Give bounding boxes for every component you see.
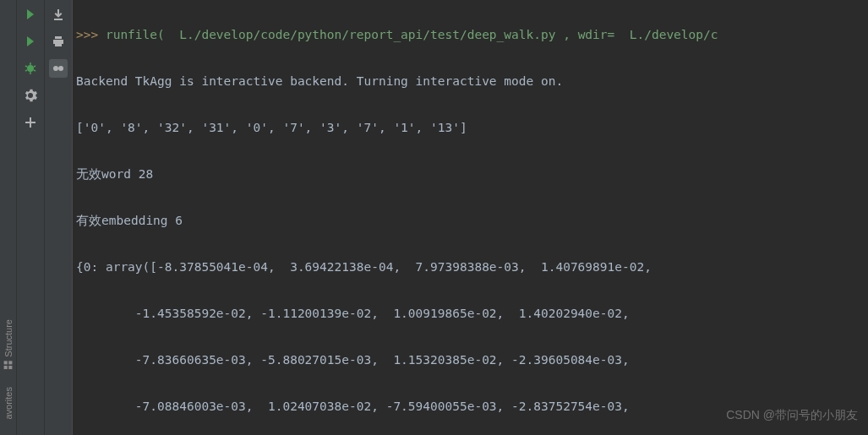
svg-rect-2 [8,361,12,364]
console-line: -7.08846003e-03, 1.02407038e-02, -7.5940… [76,395,868,419]
run-button[interactable] [21,32,40,51]
soft-wrap-icon[interactable] [49,59,68,78]
svg-point-4 [27,65,34,72]
settings-button[interactable] [21,86,40,105]
console-line: -7.83660635e-03, -5.88027015e-03, 1.1532… [76,349,868,372]
runfile-command: runfile( L./develop/code/python/report_a… [106,28,718,41]
console-line: 有效embedding 6 [76,209,868,233]
console-line: -1.45358592e-02, -1.11200139e-02, 1.0091… [76,302,868,326]
side-tab-bar: Structure avorites [0,0,17,435]
print-icon[interactable] [49,32,68,51]
run-toolbar [17,0,45,435]
svg-rect-1 [4,366,8,369]
console-toolbar [45,0,73,435]
svg-rect-3 [4,361,8,364]
sidetab-favorites[interactable]: avorites [2,380,15,427]
svg-rect-0 [8,366,12,369]
console-output[interactable]: >>> runfile( L./develop/code/python/repo… [73,0,868,435]
download-icon[interactable] [49,5,68,24]
run-prompt: >>> [76,28,106,41]
rerun-button[interactable] [21,5,40,24]
console-line: ['0', '8', '32', '31', '0', '7', '3', '7… [76,117,868,140]
console-line: 无效word 28 [76,163,868,187]
console-line: Backend TkAgg is interactive backend. Tu… [76,70,868,94]
svg-point-6 [58,66,63,71]
console-line: {0: array([-8.37855041e-04, 3.69422138e-… [76,256,868,280]
sidetab-structure-label: Structure [3,319,14,357]
add-button[interactable] [21,113,40,132]
svg-point-5 [53,66,58,71]
console-run-line: >>> runfile( L./develop/code/python/repo… [76,24,868,47]
sidetab-favorites-label: avorites [3,387,14,420]
sidetab-structure[interactable]: Structure [1,313,15,378]
debug-button[interactable] [21,59,40,78]
